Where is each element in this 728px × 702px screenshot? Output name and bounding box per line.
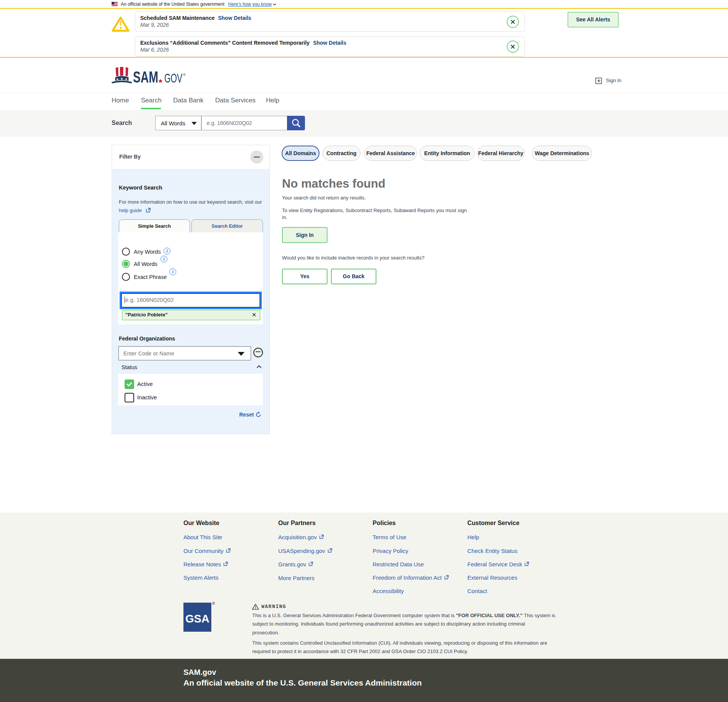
svg-text:GSA: GSA xyxy=(185,612,209,625)
svg-text:GOV: GOV xyxy=(164,71,182,85)
svg-text:SAM: SAM xyxy=(133,68,158,86)
svg-text:®: ® xyxy=(183,73,186,77)
